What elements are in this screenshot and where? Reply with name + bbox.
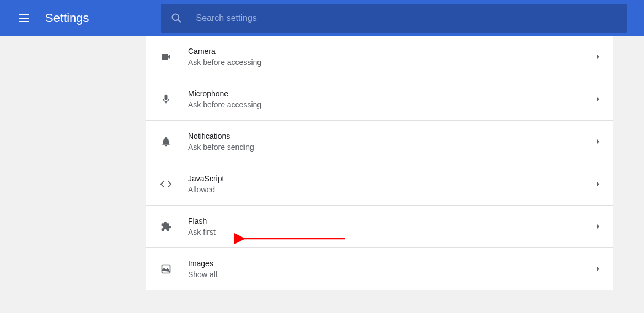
chevron-right-icon xyxy=(597,54,599,60)
search-bar[interactable] xyxy=(161,4,627,33)
javascript-icon xyxy=(159,177,173,191)
header: Settings xyxy=(0,0,644,36)
page-title: Settings xyxy=(45,11,89,25)
setting-row-flash[interactable]: Flash Ask first xyxy=(146,206,613,248)
row-subtitle: Ask first xyxy=(188,228,597,236)
row-text: Flash Ask first xyxy=(188,217,597,236)
setting-row-notifications[interactable]: Notifications Ask before sending xyxy=(146,121,613,163)
row-text: JavaScript Allowed xyxy=(188,174,597,194)
row-text: Camera Ask before accessing xyxy=(188,47,597,67)
row-subtitle: Ask before accessing xyxy=(188,58,597,67)
row-subtitle: Ask before accessing xyxy=(188,100,597,109)
chevron-right-icon xyxy=(597,266,599,272)
svg-point-0 xyxy=(172,14,179,20)
notifications-icon xyxy=(159,135,173,148)
images-icon xyxy=(159,262,173,276)
setting-row-javascript[interactable]: JavaScript Allowed xyxy=(146,163,613,206)
menu-icon[interactable] xyxy=(19,12,32,25)
row-text: Microphone Ask before accessing xyxy=(188,89,597,109)
row-title: Flash xyxy=(188,217,597,225)
row-subtitle: Show all xyxy=(188,270,597,279)
search-input[interactable] xyxy=(196,13,618,23)
microphone-icon xyxy=(159,93,173,106)
flash-icon xyxy=(159,220,173,233)
chevron-right-icon xyxy=(597,96,599,102)
row-title: Camera xyxy=(188,47,597,56)
row-title: Notifications xyxy=(188,132,597,141)
chevron-right-icon xyxy=(597,139,599,144)
row-subtitle: Allowed xyxy=(188,185,597,194)
row-title: Images xyxy=(188,259,597,268)
setting-row-camera[interactable]: Camera Ask before accessing xyxy=(146,36,613,78)
row-text: Images Show all xyxy=(188,259,597,279)
row-text: Notifications Ask before sending xyxy=(188,132,597,152)
chevron-right-icon xyxy=(597,224,599,229)
setting-row-images[interactable]: Images Show all xyxy=(146,248,613,290)
row-subtitle: Ask before sending xyxy=(188,143,597,152)
camera-icon xyxy=(159,50,173,63)
settings-list: Camera Ask before accessing Microphone A… xyxy=(146,36,613,290)
row-title: Microphone xyxy=(188,89,597,98)
search-icon xyxy=(170,12,183,25)
svg-line-1 xyxy=(178,19,180,22)
setting-row-microphone[interactable]: Microphone Ask before accessing xyxy=(146,78,613,121)
row-title: JavaScript xyxy=(188,174,597,183)
chevron-right-icon xyxy=(597,181,599,187)
